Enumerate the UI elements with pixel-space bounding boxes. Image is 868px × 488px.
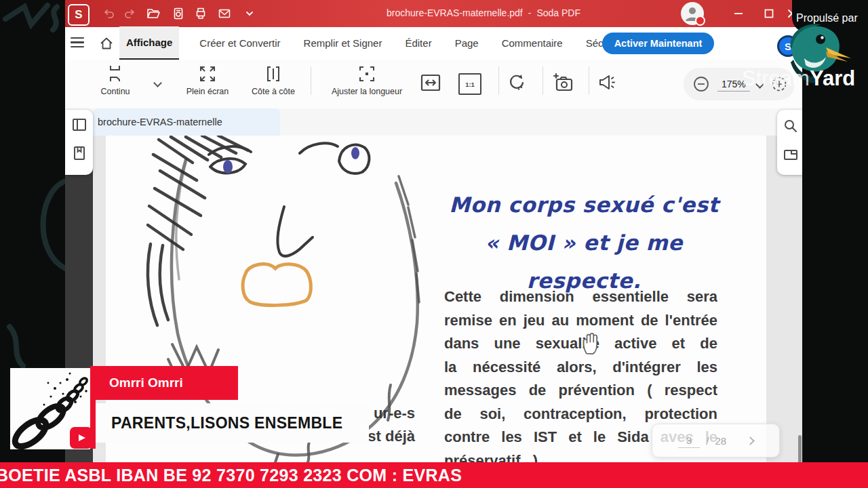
side-by-side-button[interactable]: Côte à côte [250, 65, 297, 96]
minimize-button[interactable] [733, 8, 744, 19]
open-file-icon[interactable] [146, 7, 160, 20]
redo-icon[interactable] [123, 7, 136, 20]
stream-title-banner: PARENTS,LISONS ENSEMBLE [96, 403, 369, 443]
next-page-chevron-icon[interactable] [746, 436, 755, 445]
menu-item-affichage[interactable]: Affichage [119, 26, 179, 60]
hand-cursor [580, 332, 601, 355]
document-tab-bar: brochure-EVRAS-maternelle [65, 108, 804, 136]
menu-item-creer-et-convertir[interactable]: Créer et Convertir [197, 27, 283, 59]
fit-length-button[interactable]: Ajuster la longueur [326, 65, 408, 96]
paragraph-line: la nécessité alors, d'intégrer les [444, 356, 717, 380]
paragraph-line: Cette dimension essentielle sera [444, 285, 717, 309]
wordmark-yard: Yard [810, 66, 855, 90]
pdf-heading: Mon corps sexué c'est « MOI » et je me r… [425, 186, 743, 300]
rotate-button[interactable] [507, 73, 526, 92]
toolbar-separator [589, 66, 589, 95]
speaker-name: Omrri Omrri [109, 375, 183, 390]
notification-dot [695, 16, 705, 26]
undo-icon[interactable] [102, 7, 116, 20]
ticker-bar: BOETIE ASBL IBAN BE 92 7370 7293 2323 CO… [0, 462, 868, 488]
search-icon[interactable] [783, 118, 799, 134]
stream-stage: S [0, 0, 868, 488]
side-panel-icon[interactable] [71, 117, 87, 133]
youtube-play-icon [70, 427, 92, 449]
page-total: 28 [715, 435, 726, 447]
document-tab[interactable]: brochure-EVRAS-maternelle [93, 108, 280, 136]
save-icon[interactable] [172, 7, 185, 20]
paragraph-line: de soi, contraception, protection [444, 403, 717, 426]
activate-now-button[interactable]: Activer Maintenant [602, 33, 714, 54]
menu-item-page[interactable]: Page [452, 27, 481, 59]
titlebar-more-chevron-icon[interactable] [243, 7, 256, 20]
page-separator: / [706, 435, 709, 447]
paragraph-line: messages de prévention ( respect [444, 379, 717, 403]
streamyard-wordmark: StreamYard [742, 66, 855, 91]
view-toolbar: Continu Plein écran Côte à côt [65, 60, 804, 109]
ticker-text: BOETIE ASBL IBAN BE 92 7370 7293 2323 CO… [0, 466, 462, 485]
fit-width-button[interactable] [420, 73, 441, 92]
menu-item-editer[interactable]: Éditer [402, 27, 434, 59]
account-avatar[interactable] [681, 2, 704, 25]
page-navigator[interactable]: 3 / 28 [652, 424, 780, 458]
bookmark-icon[interactable] [71, 145, 87, 161]
snapshot-button[interactable] [552, 72, 574, 92]
menu-bar: Affichage Créer et Convertir Remplir et … [65, 27, 804, 60]
panel-toggle-strip [65, 110, 93, 175]
page-current[interactable]: 3 [678, 433, 700, 448]
actual-size-button[interactable]: 1:1 [458, 73, 481, 95]
window-titlebar: S [65, 0, 804, 27]
stream-title: PARENTS,LISONS ENSEMBLE [111, 414, 342, 432]
window-title: brochure-EVRAS-maternelle.pdf-Soda PDF [384, 7, 583, 18]
search-strip [777, 110, 804, 175]
menu-item-remplir-et-signer[interactable]: Remplir et Signer [301, 27, 385, 59]
toolbar-separator [498, 66, 499, 95]
window-title-sep: - [528, 7, 532, 18]
pages-panel-icon[interactable] [783, 146, 799, 163]
window-title-app: Soda PDF [536, 7, 580, 18]
hamburger-menu-icon[interactable] [71, 37, 84, 48]
window-title-doc: brochure-EVRAS-maternelle.pdf [387, 7, 523, 18]
fullscreen-button[interactable]: Plein écran [184, 65, 231, 96]
pdf-heading-line1: Mon corps sexué c'est [425, 186, 743, 224]
continuous-view-button[interactable]: Continu [95, 65, 136, 96]
announce-button[interactable] [598, 73, 620, 92]
vertical-scrollbar-thumb[interactable] [798, 435, 802, 462]
email-icon[interactable] [218, 7, 231, 20]
menu-item-commentaire[interactable]: Commentaire [499, 27, 566, 59]
toolbar-separator [311, 66, 311, 95]
menu-items: Affichage Créer et Convertir Remplir et … [119, 27, 639, 59]
paragraph-line: remise en jeu au moment de l'entrée [444, 309, 717, 333]
print-icon[interactable] [194, 7, 208, 20]
speaker-name-banner: Omrri Omrri [90, 366, 238, 400]
continuous-dropdown-chevron-icon[interactable] [153, 79, 162, 87]
wordmark-stream: Stream [742, 66, 810, 90]
zoom-out-icon[interactable] [693, 76, 709, 92]
home-icon[interactable] [99, 36, 114, 51]
toolbar-separator [542, 66, 543, 95]
maximize-button[interactable] [764, 8, 774, 19]
soda-pdf-logo: S [68, 4, 90, 26]
